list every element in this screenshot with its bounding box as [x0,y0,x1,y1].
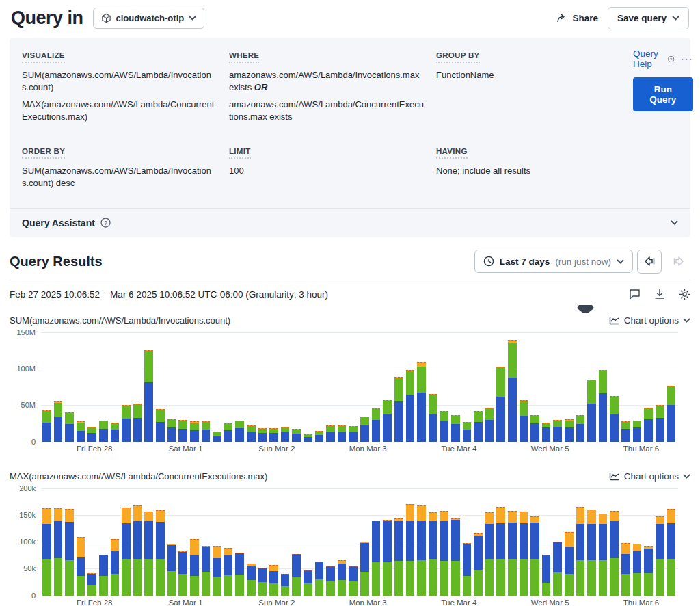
stacked-bar[interactable] [88,332,96,442]
stacked-bar[interactable] [65,488,74,596]
stacked-bar[interactable] [463,332,472,442]
stacked-bar[interactable] [553,488,562,596]
stacked-bar[interactable] [167,332,176,442]
stacked-bar[interactable] [224,488,233,596]
stacked-bar[interactable] [292,488,301,596]
settings-button[interactable] [679,289,690,300]
stacked-bar[interactable] [463,488,472,596]
stacked-bar[interactable] [99,332,108,442]
concurrent-executions-chart[interactable]: 200k150k100k50k0 [10,488,678,596]
stacked-bar[interactable] [451,332,460,442]
stacked-bar[interactable] [144,488,153,596]
stacked-bar[interactable] [383,488,392,596]
stacked-bar[interactable] [122,488,131,596]
history-back-button[interactable] [637,250,662,274]
stacked-bar[interactable] [383,332,392,442]
stacked-bar[interactable] [281,488,290,596]
stacked-bar[interactable] [576,488,585,596]
stacked-bar[interactable] [644,332,653,442]
stacked-bar[interactable] [440,488,448,596]
stacked-bar[interactable] [542,488,551,596]
invocations-chart[interactable]: 150M100M50M0 [10,332,678,442]
stacked-bar[interactable] [281,332,290,442]
query-help-link[interactable]: Query Help [633,49,662,69]
chart1-plot[interactable] [41,332,678,442]
chart1-options-button[interactable]: Chart options [609,315,690,326]
stacked-bar[interactable] [474,488,483,596]
stacked-bar[interactable] [633,332,642,442]
stacked-bar[interactable] [520,332,528,442]
stacked-bar[interactable] [315,332,324,442]
stacked-bar[interactable] [258,488,267,596]
stacked-bar[interactable] [235,332,244,442]
stacked-bar[interactable] [496,488,505,596]
clause-value[interactable]: amazonaws.com/AWS/Lambda/Invocations.max… [229,69,424,94]
stacked-bar[interactable] [326,488,335,596]
stacked-bar[interactable] [508,488,517,596]
stacked-bar[interactable] [77,488,85,596]
stacked-bar[interactable] [111,488,120,596]
stacked-bar[interactable] [576,332,585,442]
order-by-clause[interactable]: ORDER BYSUM(amazonaws.com/AWS/Lambda/Inv… [22,144,217,194]
stacked-bar[interactable] [65,332,74,442]
history-forward-button[interactable] [666,250,690,274]
download-button[interactable] [654,289,665,300]
stacked-bar[interactable] [530,488,539,596]
stacked-bar[interactable] [269,488,278,596]
stacked-bar[interactable] [338,488,347,596]
stacked-bar[interactable] [144,332,153,442]
stacked-bar[interactable] [667,488,676,596]
stacked-bar[interactable] [621,332,630,442]
stacked-bar[interactable] [565,488,574,596]
stacked-bar[interactable] [338,332,347,442]
stacked-bar[interactable] [111,332,120,442]
stacked-bar[interactable] [349,488,358,596]
stacked-bar[interactable] [247,488,256,596]
stacked-bar[interactable] [417,332,426,442]
stacked-bar[interactable] [292,332,301,442]
clause-value[interactable]: 100 [229,165,424,177]
stacked-bar[interactable] [429,488,438,596]
clause-value[interactable]: FunctionName [436,69,621,81]
stacked-bar[interactable] [610,332,619,442]
stacked-bar[interactable] [599,488,608,596]
stacked-bar[interactable] [247,332,256,442]
stacked-bar[interactable] [520,488,528,596]
share-button[interactable]: Share [556,13,598,23]
stacked-bar[interactable] [394,332,403,442]
stacked-bar[interactable] [565,332,574,442]
stacked-bar[interactable] [88,488,96,596]
stacked-bar[interactable] [394,488,403,596]
stacked-bar[interactable] [508,332,517,442]
visualize-clause[interactable]: VISUALIZESUM(amazonaws.com/AWS/Lambda/In… [22,49,217,128]
stacked-bar[interactable] [587,332,596,442]
stacked-bar[interactable] [304,332,312,442]
stacked-bar[interactable] [42,332,51,442]
stacked-bar[interactable] [202,332,211,442]
stacked-bar[interactable] [315,488,324,596]
stacked-bar[interactable] [77,332,85,442]
stacked-bar[interactable] [202,488,211,596]
stacked-bar[interactable] [190,488,199,596]
group-by-clause[interactable]: GROUP BYFunctionName [436,49,621,128]
clause-value[interactable]: SUM(amazonaws.com/AWS/Lambda/Invocations… [22,69,217,94]
stacked-bar[interactable] [372,488,381,596]
stacked-bar[interactable] [406,332,415,442]
query-assistant-bar[interactable]: Query Assistant ? [10,208,690,237]
stacked-bar[interactable] [360,488,369,596]
dataset-selector[interactable]: cloudwatch-otlp [93,8,205,29]
clause-value[interactable]: SUM(amazonaws.com/AWS/Lambda/Invocations… [22,165,217,190]
clause-value[interactable]: amazonaws.com/AWS/Lambda/ConcurrentExecu… [229,98,424,124]
stacked-bar[interactable] [213,488,221,596]
stacked-bar[interactable] [326,332,335,442]
stacked-bar[interactable] [372,332,381,442]
stacked-bar[interactable] [156,332,165,442]
stacked-bar[interactable] [235,488,244,596]
stacked-bar[interactable] [587,488,596,596]
stacked-bar[interactable] [656,488,664,596]
stacked-bar[interactable] [610,488,619,596]
stacked-bar[interactable] [451,488,460,596]
having-clause[interactable]: HAVINGNone; include all results [436,144,621,194]
chart2-plot[interactable] [41,488,678,596]
stacked-bar[interactable] [621,488,630,596]
